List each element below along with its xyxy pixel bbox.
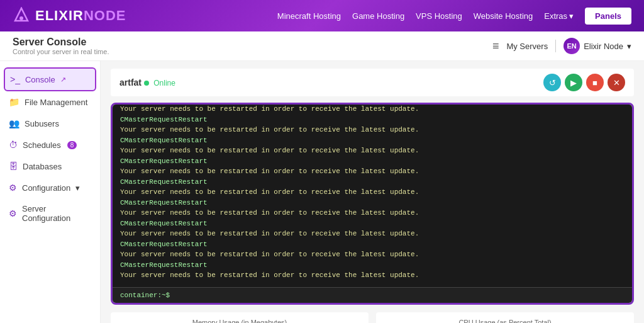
nav-extras-button[interactable]: Extras ▾ [544,11,574,21]
panels-button[interactable]: Panels [585,8,631,25]
console-output[interactable]: Your server needs to be restarted in ord… [113,105,632,287]
server-info: artfat Online [119,77,175,88]
server-name: artfat [119,77,142,88]
page-subtitle: Control your server in real time. [13,48,109,55]
nav-game-hosting[interactable]: Game Hosting [352,11,404,21]
chevron-down-icon: ▾ [75,183,80,193]
sidebar-item-file-management[interactable]: 📁 File Management [0,91,100,113]
sidebar-item-label: Console [25,75,55,84]
server-status-bar: artfat Online ↺ ▶ ■ ✕ [111,69,634,96]
sidebar-item-server-configuration[interactable]: ⚙ Server Configuration [0,198,100,229]
memory-chart-card: Memory Usage (in Megabytes) 1500 1400 12… [111,312,369,323]
external-link-icon: ↗ [60,76,66,84]
main-layout: >_ Console ↗ 📁 File Management 👥 Subuser… [0,61,644,323]
nav-minecraft-hosting[interactable]: Minecraft Hosting [277,11,341,21]
logo-icon [13,7,30,25]
sidebar-item-configuration[interactable]: ⚙ Configuration ▾ [0,177,100,198]
sidebar-item-label: Subusers [25,119,59,128]
kill-button[interactable]: ✕ [608,74,625,91]
sidebar-item-label: Server Configuration [22,204,91,223]
stop-button[interactable]: ■ [586,74,604,91]
memory-chart-title: Memory Usage (in Megabytes) [118,319,361,323]
start-button[interactable]: ▶ [565,74,582,91]
svg-point-1 [19,16,23,20]
users-icon: 👥 [9,118,19,128]
chevron-down-icon: ▾ [569,11,574,21]
user-menu[interactable]: EN Elixir Node ▾ [564,38,631,54]
my-servers-link[interactable]: My Servers [506,42,548,51]
user-name: Elixir Node [584,42,623,51]
server-action-buttons: ↺ ▶ ■ ✕ [543,74,625,91]
schedules-badge: 8 [67,141,77,149]
main-content: artfat Online ↺ ▶ ■ ✕ Your server needs … [101,61,644,323]
top-nav: ELIXIRNODE Minecraft Hosting Game Hostin… [0,0,644,31]
charts-row: Memory Usage (in Megabytes) 1500 1400 12… [111,312,634,323]
nav-website-hosting[interactable]: Website Hosting [474,11,533,21]
hamburger-menu-icon[interactable]: ≡ [492,40,499,53]
console-input[interactable] [174,292,625,299]
online-dot [144,81,149,86]
sidebar-item-schedules[interactable]: ⏱ Schedules 8 [0,134,100,156]
console-icon: >_ [10,74,20,84]
page-title: Server Console [13,37,109,48]
cpu-chart-card: CPU Usage (as Percent Total) 100 80 60 [376,312,634,323]
sidebar-item-subusers[interactable]: 👥 Subusers [0,113,100,134]
user-chevron-icon: ▾ [627,42,631,51]
sidebar-item-console[interactable]: >_ Console ↗ [4,67,96,91]
online-status: Online [153,79,175,88]
config-icon: ⚙ [9,183,17,193]
sidebar: >_ Console ↗ 📁 File Management 👥 Subuser… [0,61,101,323]
avatar: EN [564,38,580,54]
console-wrapper: Your server needs to be restarted in ord… [111,103,634,305]
sub-header: Server Console Control your server in re… [0,31,644,61]
console-input-bar: container:~$ [113,287,632,303]
nav-links: Minecraft Hosting Game Hosting VPS Hosti… [277,8,631,25]
sidebar-item-label: Configuration [22,183,70,193]
sidebar-item-label: File Management [25,98,87,107]
database-icon: 🗄 [9,161,18,171]
sub-header-title-area: Server Console Control your server in re… [13,37,109,55]
sidebar-item-label: Databases [23,162,62,171]
sidebar-item-databases[interactable]: 🗄 Databases [0,156,100,177]
restart-button[interactable]: ↺ [543,74,561,91]
nav-vps-hosting[interactable]: VPS Hosting [416,11,462,21]
sub-header-actions: ≡ My Servers EN Elixir Node ▾ [492,38,631,54]
schedule-icon: ⏱ [9,140,18,150]
logo-text: ELIXIRNODE [35,8,126,24]
sidebar-item-label: Schedules [23,140,61,150]
console-prompt: container:~$ [120,292,170,299]
server-config-icon: ⚙ [9,208,17,218]
cpu-chart-title: CPU Usage (as Percent Total) [384,319,626,323]
logo: ELIXIRNODE [13,7,126,25]
divider [555,40,556,52]
folder-icon: 📁 [9,97,19,107]
